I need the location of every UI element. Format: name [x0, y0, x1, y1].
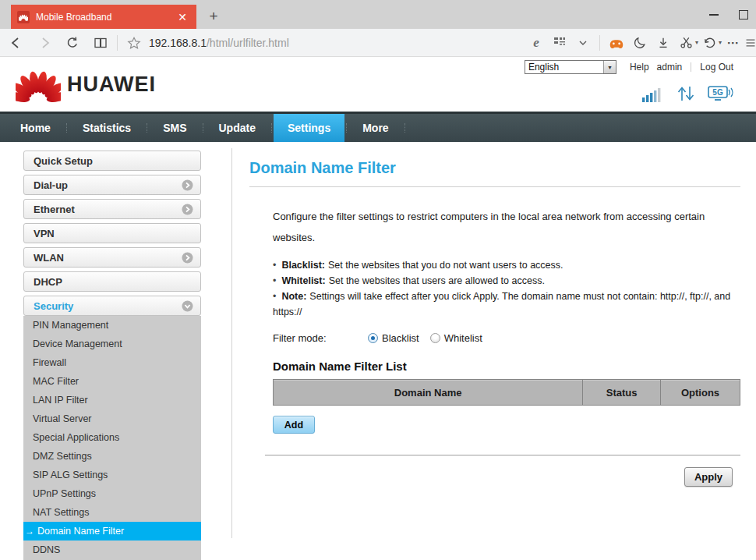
intro-text: Configure the filter settings to restric… [273, 206, 723, 248]
address-bar[interactable]: 192.168.8.1/html/urlfilter.html [149, 37, 525, 49]
bullet-list: •Blacklist:Set the websites that you do … [273, 257, 740, 320]
sidebar-menu-icon[interactable] [745, 31, 756, 55]
sidebar-content-divider [231, 148, 232, 538]
nav-item-settings[interactable]: Settings [274, 114, 344, 142]
submenu-item-dmz-settings[interactable]: DMZ Settings [23, 447, 201, 466]
network-type-5g-icon: 5G [708, 85, 734, 105]
dark-mode-moon-icon[interactable] [628, 31, 652, 55]
browser-titlebar: Mobile Broadband ✕ + [0, 0, 756, 29]
huawei-favicon-icon [17, 11, 30, 23]
sidebar-item-ethernet[interactable]: Ethernet [23, 199, 201, 219]
nav-divider [404, 123, 405, 133]
nav-divider [271, 123, 272, 133]
ie-mode-icon[interactable]: e [525, 31, 548, 55]
maximize-button[interactable] [739, 10, 748, 19]
bullet-blacklist: •Blacklist:Set the websites that you do … [273, 257, 740, 273]
browser-toolbar: 192.168.8.1/html/urlfilter.html e [0, 29, 756, 57]
settings-sidebar: Quick Setup Dial-up Ethernet VPN WLAN DH… [23, 151, 201, 560]
help-link[interactable]: Help [630, 62, 649, 73]
radio-option-whitelist[interactable]: Whitelist [430, 332, 482, 344]
chevron-down-icon[interactable] [571, 31, 595, 55]
submenu-item-nat-settings[interactable]: NAT Settings [23, 503, 201, 522]
submenu-item-mac-filter[interactable]: MAC Filter [23, 372, 201, 391]
page-title: Domain Name Filter [249, 159, 740, 187]
nav-divider [147, 123, 147, 133]
back-button[interactable] [5, 31, 28, 55]
main-content: Domain Name Filter Configure the filter … [249, 159, 740, 487]
submenu-item-sip-alg-settings[interactable]: SIP ALG Settings [23, 466, 201, 484]
tab-title: Mobile Broadband [36, 12, 175, 23]
radio-whitelist-unselected[interactable] [430, 333, 440, 343]
section-divider [265, 455, 740, 455]
bullet-note: •Note:Settings will take effect after yo… [273, 289, 740, 320]
column-header-status: Status [583, 380, 661, 406]
sidebar-item-vpn[interactable]: VPN [23, 223, 201, 243]
sidebar-item-quick-setup[interactable]: Quick Setup [23, 151, 201, 171]
expand-right-icon [182, 252, 193, 264]
minimize-button[interactable] [709, 10, 719, 19]
nav-divider [66, 123, 67, 133]
more-options-icon[interactable]: ⋯ [722, 31, 745, 55]
user-name: admin [657, 62, 683, 73]
add-button[interactable]: Add [273, 416, 315, 434]
new-tab-button[interactable]: + [204, 8, 223, 27]
traffic-updown-icon [677, 85, 695, 105]
collapse-down-icon [182, 300, 193, 312]
games-icon[interactable] [605, 31, 628, 55]
page-body: Quick Setup Dial-up Ethernet VPN WLAN DH… [0, 142, 756, 560]
browser-tab[interactable]: Mobile Broadband ✕ [11, 5, 196, 29]
radio-option-blacklist[interactable]: Blacklist [368, 332, 419, 344]
filter-list-title: Domain Name Filter List [273, 360, 740, 373]
submenu-item-special-applications[interactable]: Special Applications [23, 428, 201, 447]
nav-divider [346, 123, 347, 133]
filter-mode-label: Filter mode: [273, 332, 368, 344]
sidebar-item-security[interactable]: Security [23, 296, 201, 316]
radio-blacklist-selected[interactable] [368, 333, 378, 343]
forward-button[interactable] [33, 31, 56, 55]
reading-view-icon[interactable] [89, 31, 112, 55]
domain-filter-table: Domain Name Status Options [273, 379, 740, 406]
submenu-item-domain-name-filter[interactable]: →Domain Name Filter [23, 522, 201, 541]
sidebar-item-dial-up[interactable]: Dial-up [23, 175, 201, 195]
toolbar-divider [599, 35, 600, 51]
tab-close-icon[interactable]: ✕ [175, 10, 190, 24]
nav-item-update[interactable]: Update [205, 114, 270, 142]
sidebar-item-wlan[interactable]: WLAN [23, 247, 201, 268]
main-nav: Home Statistics SMS Update Settings More [0, 112, 756, 142]
selected-arrow-icon: → [25, 526, 34, 537]
submenu-item-firewall[interactable]: Firewall [23, 353, 201, 372]
nav-divider [203, 123, 203, 133]
expand-right-icon [182, 179, 193, 191]
logout-link[interactable]: Log Out [700, 62, 733, 73]
favorites-star-icon[interactable] [122, 31, 146, 55]
url-path: /html/urlfilter.html [207, 37, 289, 49]
submenu-item-lan-ip-filter[interactable]: LAN IP Filter [23, 391, 201, 409]
apply-button[interactable]: Apply [684, 467, 733, 487]
nav-item-statistics[interactable]: Statistics [69, 114, 145, 142]
submenu-item-virtual-server[interactable]: Virtual Server [23, 409, 201, 428]
sidebar-item-dhcp[interactable]: DHCP [23, 271, 201, 292]
brand-name: HUAWEI [67, 73, 156, 97]
downloads-icon[interactable] [652, 31, 675, 55]
window-controls [709, 0, 748, 29]
submenu-item-ddns[interactable]: DDNS [23, 541, 201, 559]
qr-code-icon[interactable] [548, 31, 571, 55]
nav-item-sms[interactable]: SMS [149, 114, 200, 142]
expand-right-icon [182, 204, 193, 215]
submenu-item-upnp-settings[interactable]: UPnP Settings [23, 484, 201, 503]
submenu-item-device-management[interactable]: Device Management [23, 335, 201, 353]
language-select[interactable]: English ▼ [525, 60, 616, 74]
column-header-domain-name: Domain Name [274, 380, 583, 406]
language-selected-value: English [525, 62, 603, 73]
huawei-logo: HUAWEI [16, 66, 156, 102]
toolbar-right-icons: e [525, 31, 756, 55]
nav-item-more[interactable]: More [348, 114, 402, 142]
refresh-button[interactable] [61, 31, 84, 55]
nav-item-home[interactable]: Home [6, 114, 65, 142]
security-submenu: PIN Management Device Management Firewal… [23, 316, 201, 560]
language-dropdown-icon[interactable]: ▼ [603, 61, 616, 73]
url-host: 192.168.8.1 [149, 37, 207, 49]
huawei-flower-icon [16, 66, 61, 102]
submenu-item-pin-management[interactable]: PIN Management [23, 316, 201, 335]
header-divider [691, 62, 691, 72]
